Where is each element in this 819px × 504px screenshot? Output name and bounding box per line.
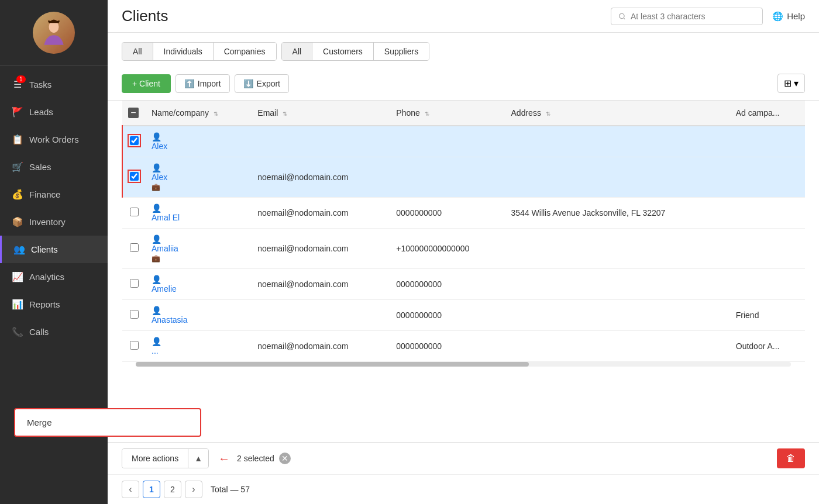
row-checkbox[interactable]: [130, 279, 139, 288]
sidebar-item-label: Tasks: [29, 80, 51, 89]
pagination: ‹ 1 2 › Total — 57: [108, 474, 819, 504]
client-name-link[interactable]: Amelie: [152, 284, 246, 294]
more-actions-dropdown[interactable]: More actions ▲: [122, 448, 209, 468]
row-name-cell: 👤 Amal El: [146, 198, 252, 229]
person-icon: 👤: [152, 203, 161, 213]
row-email-cell: noemail@nodomain.com: [252, 157, 390, 198]
briefcase-icon: 💼: [152, 183, 160, 191]
row-checkbox[interactable]: [130, 310, 139, 319]
sort-icon-phone[interactable]: ⇅: [425, 111, 429, 117]
row-name-cell: 👤 ...: [146, 331, 252, 362]
tab-all-type[interactable]: All: [122, 43, 153, 60]
row-adcampa-cell: Friend: [730, 300, 805, 331]
row-email-cell: noemail@nodomain.com: [252, 198, 390, 229]
deselect-all-button[interactable]: −: [128, 108, 139, 118]
sidebar-item-clients[interactable]: 👥 Clients: [0, 236, 108, 263]
help-button[interactable]: 🌐 Help: [772, 11, 805, 22]
svg-line-3: [624, 18, 625, 19]
import-icon: ⬆️: [184, 79, 194, 88]
scrollbar-thumb[interactable]: [136, 362, 529, 367]
row-name-cell: 👤 Alex 💼: [146, 157, 252, 198]
client-name-link[interactable]: Amal El: [152, 213, 246, 222]
next-page-button[interactable]: ›: [185, 481, 202, 498]
sidebar-item-sales[interactable]: 🛒 Sales: [0, 153, 108, 181]
search-input[interactable]: [631, 12, 755, 21]
avatar[interactable]: [33, 12, 75, 54]
type-tab-group: All Individuals Companies: [122, 42, 277, 61]
import-button[interactable]: ⬆️ Import: [176, 74, 230, 93]
sidebar-item-inventory[interactable]: 📦 Inventory: [0, 208, 108, 236]
row-phone-cell: 0000000000: [390, 198, 505, 229]
col-address: Address ⇅: [505, 101, 730, 126]
merge-popup[interactable]: Merge: [108, 408, 201, 437]
row-adcampa-cell: [730, 229, 805, 269]
row-checkbox[interactable]: [130, 136, 139, 145]
table-row: 👤 ...noemail@nodomain.com0000000000Outdo…: [122, 331, 805, 362]
sort-icon-email[interactable]: ⇅: [283, 111, 287, 117]
prev-page-button[interactable]: ‹: [122, 481, 139, 498]
grid-view-button[interactable]: ⊞ ▾: [777, 74, 805, 93]
selected-number: 2: [237, 454, 242, 463]
more-actions-caret[interactable]: ▲: [188, 449, 208, 468]
main-content: Clients 🌐 Help All Individuals Companies: [108, 0, 819, 504]
page-1-button[interactable]: 1: [143, 481, 160, 498]
row-checkbox-cell: [122, 300, 146, 331]
selected-count-display: 2 selected ✕: [237, 453, 291, 464]
table-row: 👤 Alex: [122, 126, 805, 157]
delete-button[interactable]: 🗑: [777, 448, 805, 468]
row-checkbox[interactable]: [130, 208, 139, 216]
row-checkbox[interactable]: [130, 172, 139, 181]
row-checkbox[interactable]: [130, 243, 139, 252]
tab-companies[interactable]: Companies: [214, 43, 276, 60]
sidebar-item-label: Reports: [29, 299, 60, 309]
row-address-cell: 3544 Willis Avenue Jacksonville, FL 3220…: [505, 198, 730, 229]
sidebar-item-label: Leads: [29, 107, 53, 117]
row-address-cell: [505, 269, 730, 300]
add-client-button[interactable]: + Client: [122, 74, 171, 93]
help-label: Help: [787, 11, 805, 21]
sidebar-item-tasks[interactable]: ☰ Tasks 1: [0, 71, 108, 98]
sidebar-item-work-orders[interactable]: 📋 Work Orders: [0, 126, 108, 153]
tab-suppliers[interactable]: Suppliers: [374, 43, 429, 60]
sidebar-item-label: Finance: [29, 189, 60, 199]
sort-icon-name[interactable]: ⇅: [214, 111, 218, 117]
table-row: 👤 Amal Elnoemail@nodomain.com00000000003…: [122, 198, 805, 229]
col-email: Email ⇅: [252, 101, 390, 126]
briefcase-icon: 💼: [152, 254, 160, 263]
sidebar-item-leads[interactable]: 🚩 Leads: [0, 98, 108, 126]
client-name-link[interactable]: Alex: [152, 172, 246, 182]
horizontal-scrollbar[interactable]: [136, 362, 791, 367]
client-name-link[interactable]: Anastasia: [152, 315, 246, 325]
search-box[interactable]: [611, 8, 763, 25]
more-actions-label[interactable]: More actions: [122, 449, 188, 468]
client-name-link[interactable]: Alex: [152, 141, 246, 151]
filter-row: All Individuals Companies All Customers …: [122, 42, 805, 61]
sidebar-item-label: Inventory: [29, 217, 66, 227]
sort-icon-address[interactable]: ⇅: [546, 111, 550, 117]
tab-all-role[interactable]: All: [282, 43, 313, 60]
client-name-link[interactable]: Amaliia: [152, 244, 246, 253]
sidebar-item-finance[interactable]: 💰 Finance: [0, 181, 108, 208]
client-name-link[interactable]: ...: [152, 346, 246, 355]
sidebar-item-analytics[interactable]: 📈 Analytics: [0, 263, 108, 291]
col-name: Name/company ⇅: [146, 101, 252, 126]
page-2-button[interactable]: 2: [164, 481, 181, 498]
export-button[interactable]: ⬇️ Export: [235, 74, 289, 93]
row-checkbox-cell: [122, 157, 146, 198]
tab-customers[interactable]: Customers: [312, 43, 374, 60]
row-name-cell: 👤 Anastasia: [146, 300, 252, 331]
table-wrapper: − Name/company ⇅ Email ⇅ Phone ⇅: [108, 101, 819, 442]
action-row: + Client ⬆️ Import ⬇️ Export ⊞ ▾: [122, 68, 805, 100]
sidebar-item-calls[interactable]: 📞 Calls: [0, 318, 108, 346]
clear-selection-button[interactable]: ✕: [279, 453, 291, 464]
tab-individuals[interactable]: Individuals: [153, 43, 214, 60]
row-checkbox[interactable]: [130, 341, 139, 350]
filter-area: All Individuals Companies All Customers …: [108, 33, 819, 101]
person-icon: 👤: [152, 163, 161, 172]
select-all-header[interactable]: −: [122, 101, 146, 126]
sidebar-item-label: Analytics: [29, 272, 64, 282]
sidebar-item-label: Sales: [29, 162, 51, 172]
help-icon: 🌐: [772, 11, 783, 22]
row-adcampa-cell: [730, 157, 805, 198]
sidebar-item-reports[interactable]: 📊 Reports: [0, 291, 108, 318]
